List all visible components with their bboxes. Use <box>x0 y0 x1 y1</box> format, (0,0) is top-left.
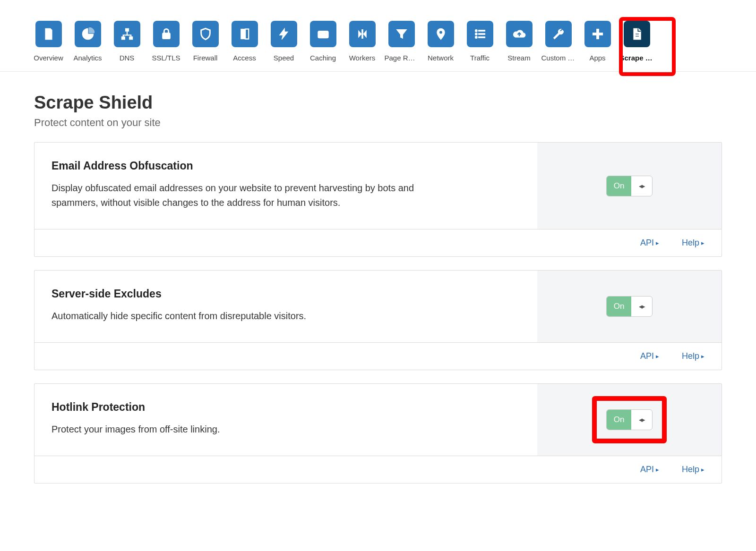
braces-icon <box>349 21 376 47</box>
page-title: Scrape Shield <box>34 93 722 113</box>
nav-item-dns[interactable]: DNS <box>112 21 142 71</box>
nav-label-ssl-tls: SSL/TLS <box>152 54 180 62</box>
setting-side-panel: On◂▸ <box>537 143 722 229</box>
door-icon <box>232 21 258 47</box>
setting-toggle[interactable]: On◂▸ <box>606 296 653 317</box>
toggle-state-label: On <box>607 297 631 316</box>
setting-description: Display obfuscated email addresses on yo… <box>52 181 420 210</box>
svg-rect-13 <box>478 34 485 34</box>
nav-item-traffic[interactable]: Traffic <box>464 21 495 71</box>
toggle-arrows-icon: ◂▸ <box>631 410 652 430</box>
setting-title: Hotlink Protection <box>52 401 520 414</box>
plus-icon <box>584 21 611 47</box>
nav-label-workers: Workers <box>349 54 376 62</box>
help-link[interactable]: Help <box>682 351 704 361</box>
nav-label-custom-pages: Custom Pa... <box>541 54 576 62</box>
help-link[interactable]: Help <box>682 465 704 475</box>
setting-description: Automatically hide specific content from… <box>52 309 420 323</box>
svg-rect-14 <box>478 37 485 38</box>
nav-item-access[interactable]: Access <box>229 21 260 71</box>
help-link[interactable]: Help <box>682 238 704 248</box>
svg-rect-12 <box>478 30 485 31</box>
nav-label-page-rules: Page Rules <box>385 54 419 62</box>
svg-point-9 <box>475 30 477 32</box>
nav-label-access: Access <box>233 54 256 62</box>
svg-rect-2 <box>129 37 132 40</box>
shield-icon <box>192 21 219 47</box>
wrench-icon <box>545 21 572 47</box>
nav-item-page-rules[interactable]: Page Rules <box>386 21 417 71</box>
svg-rect-17 <box>635 34 639 34</box>
api-link[interactable]: API <box>640 351 659 361</box>
lock-icon <box>153 21 180 47</box>
nav-item-ssl-tls[interactable]: SSL/TLS <box>151 21 181 71</box>
api-link[interactable]: API <box>640 465 659 475</box>
page-header: Scrape Shield Protect content on your si… <box>0 72 756 129</box>
top-nav: OverviewAnalyticsDNSSSL/TLSFirewallAcces… <box>0 0 756 72</box>
nav-item-apps[interactable]: Apps <box>582 21 613 71</box>
pin-icon <box>428 21 454 47</box>
drive-icon <box>310 21 336 47</box>
toggle-arrows-icon: ◂▸ <box>631 176 652 196</box>
setting-footer: APIHelp <box>34 456 722 483</box>
svg-point-11 <box>475 36 477 39</box>
page-subtitle: Protect content on your site <box>34 117 722 129</box>
list-icon <box>467 21 493 47</box>
api-link[interactable]: API <box>640 238 659 248</box>
nav-label-firewall: Firewall <box>193 54 218 62</box>
clipboard-icon <box>35 21 62 47</box>
funnel-icon <box>388 21 415 47</box>
sitemap-icon <box>114 21 140 47</box>
nav-label-apps: Apps <box>589 54 605 62</box>
setting-card: Hotlink ProtectionProtect your images fr… <box>34 383 722 483</box>
nav-label-network: Network <box>428 54 454 62</box>
setting-footer: APIHelp <box>34 229 722 256</box>
svg-rect-0 <box>125 28 129 31</box>
setting-toggle[interactable]: On◂▸ <box>606 176 653 196</box>
nav-label-scrape-shield: Scrape Shi... <box>620 54 654 62</box>
svg-rect-3 <box>162 33 170 39</box>
nav-item-workers[interactable]: Workers <box>347 21 378 71</box>
nav-item-overview[interactable]: Overview <box>33 21 64 71</box>
nav-label-traffic: Traffic <box>470 54 490 62</box>
nav-item-stream[interactable]: Stream <box>504 21 534 71</box>
cloud-icon <box>506 21 533 47</box>
pie-icon <box>75 21 101 47</box>
nav-item-speed[interactable]: Speed <box>268 21 299 71</box>
nav-label-dns: DNS <box>120 54 135 62</box>
setting-side-panel: On◂▸ <box>537 384 722 456</box>
nav-label-stream: Stream <box>507 54 530 62</box>
setting-footer: APIHelp <box>34 342 722 370</box>
toggle-state-label: On <box>607 176 631 196</box>
nav-label-analytics: Analytics <box>73 54 102 62</box>
nav-label-overview: Overview <box>34 54 63 62</box>
setting-title: Server-side Excludes <box>52 288 520 300</box>
toggle-arrows-icon: ◂▸ <box>631 297 652 316</box>
nav-label-speed: Speed <box>274 54 294 62</box>
setting-description: Protect your images from off-site linkin… <box>52 422 420 437</box>
bolt-icon <box>271 21 297 47</box>
setting-toggle[interactable]: On◂▸ <box>606 409 653 430</box>
svg-rect-16 <box>593 33 602 35</box>
svg-rect-18 <box>635 36 639 37</box>
document-icon <box>624 21 650 47</box>
nav-item-firewall[interactable]: Firewall <box>190 21 221 71</box>
nav-item-scrape-shield[interactable]: Scrape Shi... <box>621 21 652 71</box>
nav-item-custom-pages[interactable]: Custom Pa... <box>543 21 574 71</box>
setting-title: Email Address Obfuscation <box>52 160 520 172</box>
setting-card: Server-side ExcludesAutomatically hide s… <box>34 270 722 370</box>
toggle-state-label: On <box>607 410 631 430</box>
nav-label-caching: Caching <box>310 54 336 62</box>
nav-item-network[interactable]: Network <box>425 21 456 71</box>
svg-point-8 <box>325 36 326 37</box>
nav-item-analytics[interactable]: Analytics <box>72 21 103 71</box>
setting-side-panel: On◂▸ <box>537 271 722 342</box>
setting-card: Email Address ObfuscationDisplay obfusca… <box>34 142 722 257</box>
svg-rect-1 <box>121 37 125 40</box>
nav-item-caching[interactable]: Caching <box>308 21 338 71</box>
svg-point-10 <box>475 33 477 35</box>
